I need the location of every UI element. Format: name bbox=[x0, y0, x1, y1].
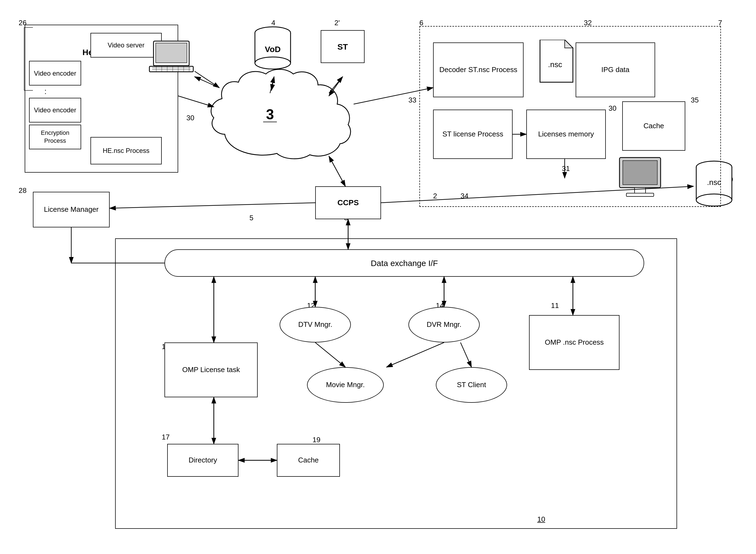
video-encoder-2-box: Video encoder bbox=[29, 98, 81, 122]
svg-text:3: 3 bbox=[266, 106, 274, 122]
dvr-mngr-box: DVR Mngr. bbox=[409, 307, 480, 342]
dots-label: : bbox=[44, 87, 47, 97]
ccps-box: CCPS bbox=[315, 186, 381, 219]
st-client-box: ST Client bbox=[436, 367, 507, 403]
licenses-memory-box: Licenses memory bbox=[526, 110, 606, 159]
dtv-mngr-box: DTV Mngr. bbox=[280, 307, 351, 342]
decoder-stnsc-box: Decoder ST.nsc Process bbox=[433, 43, 524, 97]
cache-bottom-box: Cache bbox=[277, 444, 340, 477]
diagram-container: 26 27 28 29 2" 4 2' 6 32 33 2 34 30 30 3… bbox=[0, 0, 756, 554]
ipg-data-box: IPG data bbox=[576, 43, 655, 97]
omp-license-task-box: OMP License task bbox=[164, 342, 258, 397]
svg-rect-30 bbox=[626, 193, 654, 197]
st-box: ST bbox=[321, 30, 365, 63]
nsc-doc-icon: .nsc bbox=[537, 40, 576, 84]
svg-line-43 bbox=[110, 203, 315, 208]
ref-5: 5 bbox=[250, 214, 253, 222]
network-cloud: 3 bbox=[200, 66, 354, 170]
svg-rect-2 bbox=[149, 66, 193, 72]
st-license-process-box: ST license Process bbox=[433, 110, 512, 159]
data-exchange-box: Data exchange I/F bbox=[164, 249, 644, 277]
omp-nsc-process-box: OMP .nsc Process bbox=[529, 315, 619, 370]
encryption-process-box: Encryption Process bbox=[29, 125, 81, 149]
svg-text:.nsc: .nsc bbox=[548, 60, 562, 69]
device-icon bbox=[617, 156, 663, 200]
directory-box: Directory bbox=[167, 444, 238, 477]
vod-label: VoD bbox=[265, 45, 281, 54]
ref-33: 33 bbox=[409, 96, 416, 104]
ref-2prime: 2' bbox=[334, 19, 340, 27]
cache-top-box: Cache bbox=[622, 101, 685, 151]
computer-icon bbox=[148, 37, 195, 78]
svg-rect-29 bbox=[635, 188, 646, 193]
ref-30-left: 30 bbox=[186, 114, 194, 122]
he-nsc-process-box: HE.nsc Process bbox=[91, 137, 162, 164]
svg-rect-28 bbox=[623, 161, 657, 185]
video-encoder-1-box: Video encoder bbox=[29, 61, 81, 86]
movie-mngr-box: Movie Mngr. bbox=[307, 367, 384, 403]
license-manager-box: License Manager bbox=[33, 192, 110, 227]
svg-rect-1 bbox=[156, 43, 187, 63]
ref-28: 28 bbox=[19, 186, 26, 195]
svg-marker-25 bbox=[565, 40, 573, 48]
